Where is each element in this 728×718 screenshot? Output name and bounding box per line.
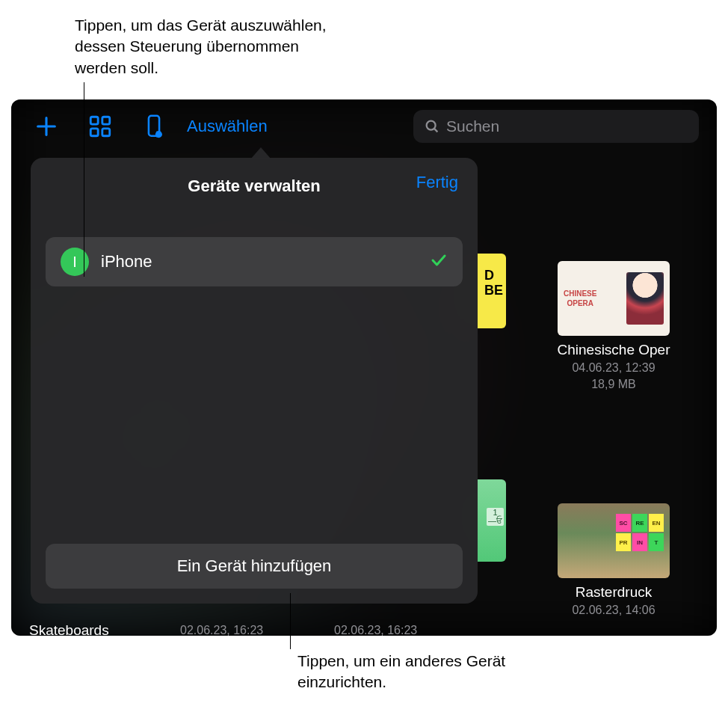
svg-rect-2 — [90, 117, 98, 124]
file-date-mid: 02.06.23, 16:23 — [334, 622, 417, 636]
callout-line-top — [84, 82, 84, 277]
opera-image — [626, 272, 664, 325]
done-button[interactable]: Fertig — [416, 173, 458, 192]
thumb-text: CHINESE OPERA — [564, 289, 596, 308]
thumbnail-raster: SC RE EN PR IN T — [558, 503, 670, 578]
add-device-button[interactable]: Ein Gerät hinzufügen — [46, 544, 463, 589]
file-date: 04.06.23, 12:39 — [539, 360, 688, 376]
file-item-opera[interactable]: CHINESE OPERA Chinesische Oper 04.06.23,… — [539, 261, 688, 392]
callout-line-bottom — [290, 593, 291, 649]
svg-point-9 — [427, 121, 436, 130]
thumbnail-peek-green[interactable] — [476, 479, 506, 562]
file-date-skateboards: 02.06.23, 16:23 — [180, 622, 263, 636]
screen-tiles: SC RE EN PR IN T — [616, 514, 664, 551]
callout-top: Tippen, um das Gerät auszuwählen, dessen… — [75, 15, 329, 79]
grid-view-icon[interactable] — [83, 109, 117, 144]
popover-arrow — [250, 147, 271, 159]
thumbnail-peek-yellow[interactable] — [476, 254, 506, 328]
svg-marker-8 — [158, 133, 161, 136]
file-name: Skateboards — [29, 622, 109, 636]
file-item-raster[interactable]: SC RE EN PR IN T Rasterdruck 02.06.23, 1… — [539, 503, 688, 619]
toolbar: Auswählen Suchen — [11, 105, 717, 147]
app-window: Auswählen Suchen CHINESE OPERA Chinesisc… — [11, 99, 717, 636]
device-name-label: iPhone — [101, 252, 152, 271]
callout-bottom: Tippen, um ein anderes Gerät einzurichte… — [297, 651, 537, 693]
popover-header: Geräte verwalten Fertig — [46, 173, 463, 200]
file-name: Chinesische Oper — [539, 342, 688, 358]
add-icon[interactable] — [29, 109, 64, 144]
svg-rect-5 — [102, 129, 110, 136]
search-placeholder: Suchen — [446, 117, 499, 135]
svg-rect-3 — [102, 117, 110, 124]
device-row-iphone[interactable]: I iPhone — [46, 237, 463, 286]
device-status-dot: I — [61, 248, 89, 276]
checkmark-icon — [430, 251, 448, 272]
svg-line-10 — [434, 129, 437, 132]
device-remote-icon[interactable] — [137, 109, 171, 144]
select-button[interactable]: Auswählen — [187, 117, 268, 136]
popover-title: Geräte verwalten — [188, 177, 320, 196]
file-name: Rasterdruck — [539, 584, 688, 601]
svg-rect-4 — [90, 129, 98, 136]
file-item-skateboards[interactable]: Skateboards — [29, 622, 109, 636]
search-icon — [424, 118, 440, 135]
file-size: 18,9 MB — [539, 376, 688, 393]
file-date: 02.06.23, 14:06 — [539, 602, 688, 619]
search-input[interactable]: Suchen — [413, 110, 699, 143]
manage-devices-popover: Geräte verwalten Fertig I iPhone Ein Ger… — [31, 158, 478, 604]
thumbnail-opera: CHINESE OPERA — [558, 261, 670, 336]
